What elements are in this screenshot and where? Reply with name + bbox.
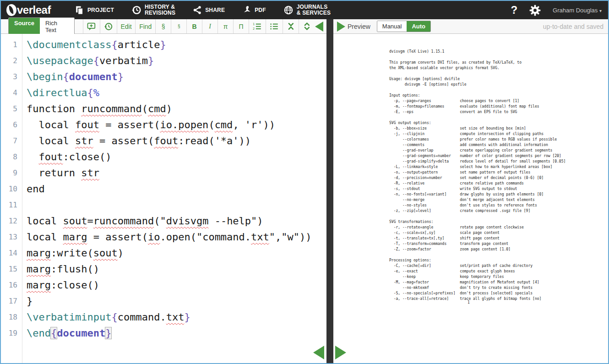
auto-compile-button[interactable]: Auto <box>407 21 430 32</box>
add-comment-button[interactable] <box>83 19 100 33</box>
overleaf-leaf-icon <box>6 4 16 16</box>
preview-label[interactable]: Preview <box>348 23 370 30</box>
compile-mode-toggle: Manual Auto <box>377 21 431 32</box>
line-number: 8 <box>1 149 22 165</box>
indent-button[interactable] <box>299 19 315 33</box>
save-status-text: up-to-date and saved <box>543 23 604 30</box>
rich-text-mode-button[interactable]: Rich Text <box>40 18 74 35</box>
history-restore-button[interactable] <box>100 19 117 33</box>
bullet-list-button[interactable] <box>266 19 283 33</box>
line-number: 12 <box>1 213 22 229</box>
numbered-list-button[interactable]: 12 <box>249 19 266 33</box>
line-number: 15 <box>1 261 22 277</box>
pdf-icon <box>242 5 251 15</box>
line-number: 18 <box>1 309 22 325</box>
code-line[interactable]: local str = assert(fout:read('*a')) <box>27 133 326 149</box>
overleaf-logo[interactable]: verleaf <box>6 4 51 16</box>
code-lines: \documentclass{article}\usepackage{verba… <box>22 34 326 364</box>
comment-plus-icon <box>87 22 96 31</box>
line-number: 19 <box>1 325 22 341</box>
code-line[interactable]: local marg = assert(io.open("command.txt… <box>27 229 326 245</box>
settings-gear-icon[interactable] <box>529 5 541 16</box>
section-button[interactable]: § <box>155 19 171 33</box>
pdf-preview-area[interactable]: dvisvgm (TeX Live) 1.15.1 This program c… <box>333 34 609 364</box>
help-button[interactable]: ? <box>511 4 517 16</box>
preview-toolbar: Preview Manual Auto up-to-date and saved <box>333 19 609 34</box>
source-mode-button[interactable]: Source <box>9 18 40 35</box>
code-line[interactable]: marg:close() <box>27 277 326 293</box>
code-line[interactable]: \end{document} <box>27 325 326 341</box>
manual-compile-button[interactable]: Manual <box>377 21 407 32</box>
code-line[interactable]: function runcommand(cmd) <box>27 101 326 117</box>
svg-text:2: 2 <box>253 27 255 30</box>
menu-project[interactable]: PROJECT <box>75 5 114 15</box>
code-line[interactable]: \documentclass{article} <box>27 37 326 53</box>
expand-preview-button[interactable] <box>337 22 345 32</box>
code-line[interactable]: marg:flush() <box>27 261 326 277</box>
history-restore-icon <box>104 22 113 31</box>
topbar-menus: PROJECT HISTORY & REVISIONS SHARE PDF <box>75 4 331 16</box>
menu-journals-label-2: & SERVICES <box>297 10 331 16</box>
collapse-editor-bottom-button[interactable] <box>313 346 324 359</box>
topbar-right: ? Graham Douglas ▾ <box>511 1 602 19</box>
code-line[interactable]: \usepackage{verbatim} <box>27 53 326 69</box>
pdf-page-text: dvisvgm (TeX Live) 1.15.1 This program c… <box>389 49 566 302</box>
bullet-list-icon <box>270 22 279 31</box>
menu-share-label: SHARE <box>205 7 225 13</box>
inline-math-button[interactable]: π <box>218 19 233 33</box>
edit-menu-button[interactable]: Edit <box>117 19 136 33</box>
code-line[interactable]: \verbatiminput{command.txt} <box>27 309 326 325</box>
line-number: 14 <box>1 245 22 261</box>
globe-icon <box>283 5 294 15</box>
subsection-button[interactable]: § <box>171 19 186 33</box>
code-line[interactable]: marg:write(sout) <box>27 245 326 261</box>
chevron-down-icon: ▾ <box>599 8 602 13</box>
display-math-button[interactable]: Π <box>233 19 249 33</box>
code-line[interactable]: local sout=runcommand("dvisvgm --help") <box>27 213 326 229</box>
code-line[interactable]: \begin{document} <box>27 69 326 85</box>
collapse-editor-button[interactable] <box>315 22 323 32</box>
expand-chevrons-icon <box>303 22 311 31</box>
code-line[interactable] <box>27 197 326 213</box>
editor-mode-toggle: Source Rich Text <box>8 17 75 36</box>
code-line[interactable]: end <box>27 181 326 197</box>
gutter: 12345678910111213141516171819 <box>1 34 22 364</box>
menu-journals-services[interactable]: JOURNALS & SERVICES <box>283 4 331 16</box>
logo-text: verleaf <box>17 4 51 16</box>
preview-panel: Preview Manual Auto up-to-date and saved… <box>333 19 609 364</box>
overleaf-window: verleaf PROJECT HISTORY & REVISIONS SHAR… <box>0 0 609 364</box>
code-line[interactable]: \directlua{% <box>27 85 326 101</box>
expand-preview-bottom-button[interactable] <box>335 346 346 359</box>
bold-button[interactable]: B <box>186 19 202 33</box>
ordered-list-icon: 12 <box>253 22 262 31</box>
line-number: 16 <box>1 277 22 293</box>
svg-text:1: 1 <box>253 22 255 26</box>
code-line[interactable]: local fout = assert(io.popen(cmd, 'r')) <box>27 117 326 133</box>
editor-toolbar: Source Rich Text Edit Find § § B I π Π 1… <box>1 19 326 34</box>
project-icon <box>75 5 84 15</box>
find-button[interactable]: Find <box>135 19 155 33</box>
line-number: 13 <box>1 229 22 245</box>
editor-panel: Source Rich Text Edit Find § § B I π Π 1… <box>1 19 326 364</box>
line-number: 5 <box>1 101 22 117</box>
user-menu[interactable]: Graham Douglas ▾ <box>553 7 602 14</box>
history-icon <box>131 5 141 15</box>
menu-pdf[interactable]: PDF <box>242 5 266 15</box>
code-editor[interactable]: 12345678910111213141516171819 \documentc… <box>1 34 326 364</box>
menu-pdf-label: PDF <box>255 7 266 13</box>
italic-button[interactable]: I <box>202 19 218 33</box>
line-number: 6 <box>1 117 22 133</box>
line-number: 4 <box>1 85 22 101</box>
menu-share[interactable]: SHARE <box>193 5 225 15</box>
panel-resize-divider[interactable] <box>326 19 333 364</box>
line-number: 3 <box>1 69 22 85</box>
line-number: 9 <box>1 165 22 181</box>
top-navigation-bar: verleaf PROJECT HISTORY & REVISIONS SHAR… <box>1 1 608 19</box>
menu-history-revisions[interactable]: HISTORY & REVISIONS <box>131 4 175 16</box>
code-line[interactable]: return str <box>27 165 326 181</box>
share-icon <box>193 5 202 15</box>
code-line[interactable]: fout:close() <box>27 149 326 165</box>
code-line[interactable]: } <box>27 293 326 309</box>
unindent-button[interactable] <box>283 19 299 33</box>
collapse-chevrons-icon <box>287 22 295 31</box>
